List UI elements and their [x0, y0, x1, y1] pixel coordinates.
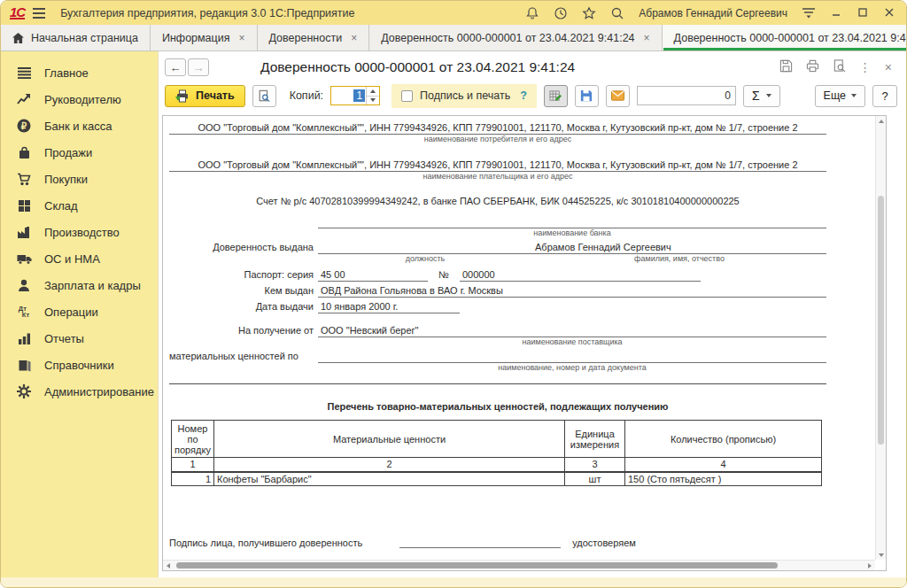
save-file-button[interactable]	[575, 85, 599, 107]
sidebar-item-prodazhi[interactable]: Продажи	[1, 139, 158, 166]
forward-button[interactable]: →	[188, 58, 209, 76]
tab-bar: Начальная страница Информация × Доверенн…	[1, 25, 906, 51]
main-menu-icon[interactable]	[33, 8, 45, 19]
tab-dover-doc-2-active[interactable]: Доверенность 0000-000001 от 23.04.2021 9…	[663, 25, 907, 50]
print-icon[interactable]	[806, 59, 819, 76]
goods-table-header-row: Номер по порядку Материальные ценности Е…	[172, 421, 822, 458]
horizontal-scrollbar[interactable]	[163, 560, 875, 570]
sidebar-item-operacii[interactable]: ДтКт Операции	[1, 298, 158, 325]
tab-close-icon[interactable]: ×	[239, 32, 245, 44]
issued-by-label: Кем выдан	[169, 285, 318, 296]
sum-field[interactable]	[637, 86, 736, 105]
sidebar-item-otchety[interactable]: Отчеты	[1, 325, 158, 352]
sidebar-item-pokupki[interactable]: Покупки	[1, 166, 158, 192]
payer-line: ООО "Торговый дом "Комплексный"", ИНН 77…	[169, 159, 826, 172]
sign-and-stamp-checkbox[interactable]	[401, 90, 413, 102]
more-options-dots-icon[interactable]: ⋮	[859, 60, 872, 74]
person-icon	[16, 279, 32, 292]
print-button[interactable]: Печать	[165, 85, 245, 107]
app-title: Бухгалтерия предприятия, редакция 3.0 1С…	[60, 7, 354, 19]
passport-label: Паспорт: серия	[169, 269, 318, 280]
issue-date-field: 10 января 2000 г.	[318, 301, 460, 313]
favorites-star-icon[interactable]	[582, 6, 596, 20]
stepper-down-icon[interactable]	[367, 97, 379, 105]
sidebar-item-glavnoe[interactable]: Главное	[1, 59, 158, 86]
scroll-up-icon[interactable]	[876, 116, 886, 126]
help-button[interactable]: ?	[872, 85, 897, 107]
sidebar-item-zarplata-kadry[interactable]: Зарплата и кадры	[1, 272, 158, 298]
receive-from-label: На получение от	[169, 325, 318, 336]
power-of-attorney-document: ООО "Торговый дом "Комплексный"", ИНН 77…	[169, 122, 826, 548]
sign-help-link[interactable]: ?	[520, 89, 527, 102]
tab-dover-doc-1[interactable]: Доверенность 0000-000001 от 23.04.2021 9…	[369, 25, 662, 50]
sidebar-item-bank-kassa[interactable]: ₽ Банк и касса	[1, 112, 158, 139]
passport-series-field: 45 00	[318, 269, 428, 282]
sign-and-stamp-panel: Подпись и печать ?	[391, 84, 537, 108]
barchart-icon	[16, 332, 32, 344]
doc-ref-field	[318, 351, 826, 363]
search-icon[interactable]	[610, 6, 624, 20]
position-caption: должность	[318, 254, 532, 266]
tab-dover-list[interactable]: Доверенности ×	[258, 25, 370, 50]
print-toolbar: Печать Копий: 1 Подпись и печать ?	[159, 83, 906, 112]
scroll-down-icon[interactable]	[876, 550, 886, 560]
sidebar-item-os-nma[interactable]: ОС и НМА	[1, 245, 158, 272]
tab-information[interactable]: Информация ×	[151, 25, 258, 50]
sidebar-nav: Главное Руководителю ₽ Банк и касса Прод…	[1, 51, 159, 577]
minimize-icon[interactable]	[830, 6, 842, 19]
current-user[interactable]: Абрамов Геннадий Сергеевич	[639, 7, 787, 19]
save-icon[interactable]	[779, 59, 793, 76]
goods-name-cell: Конфеты "Барбарис"	[214, 472, 565, 486]
close-window-icon[interactable]	[883, 6, 895, 19]
copies-stepper[interactable]: 1	[330, 86, 380, 105]
sidebar-item-sklad[interactable]: Склад	[1, 192, 158, 219]
person-caption: фамилия, имя, отчество	[532, 254, 826, 266]
tab-close-icon[interactable]: ×	[351, 32, 357, 44]
notifications-bell-icon[interactable]	[525, 6, 539, 20]
horizontal-scroll-thumb[interactable]	[176, 562, 778, 569]
more-button[interactable]: Еще	[815, 85, 865, 107]
sidebar-item-rukovoditelyu[interactable]: Руководителю	[1, 86, 158, 112]
tab-close-icon[interactable]: ×	[644, 32, 650, 44]
envelope-icon	[611, 90, 624, 101]
document-title: Доверенность 0000-000001 от 23.04.2021 9…	[260, 59, 575, 75]
close-document-icon[interactable]: ×	[885, 60, 892, 74]
print-preview-button[interactable]	[252, 85, 276, 107]
svg-text:₽: ₽	[21, 121, 27, 131]
table-edit-icon	[549, 89, 562, 103]
document-header: ← → Доверенность 0000-000001 от 23.04.20…	[159, 51, 906, 83]
stepper-up-icon[interactable]	[367, 87, 379, 97]
service-menu-icon[interactable]	[802, 7, 816, 19]
doc-ref-caption: наименование, номер и дата документа	[318, 363, 826, 375]
scroll-right-icon[interactable]	[864, 563, 875, 569]
tab-home[interactable]: Начальная страница	[1, 25, 151, 50]
sidebar-item-proizvodstvo[interactable]: Производство	[1, 219, 158, 245]
sigma-button[interactable]: Σ	[743, 85, 780, 107]
sigma-icon: Σ	[752, 89, 760, 103]
issue-date-label: Дата выдачи	[169, 301, 318, 312]
truck-icon	[16, 252, 32, 265]
floppy-icon	[580, 89, 593, 102]
account-line: Счет № р/с 40702810399994349242, в банке…	[169, 196, 826, 206]
preview-icon[interactable]	[833, 59, 846, 76]
sidebar-item-administrirovanie[interactable]: Администрирование	[1, 378, 158, 405]
sidebar-item-spravochniki[interactable]: Справочники	[1, 352, 158, 378]
back-button[interactable]: ←	[165, 58, 186, 76]
maximize-icon[interactable]	[857, 6, 869, 19]
position-field	[318, 242, 532, 254]
signature-line	[399, 537, 561, 548]
history-icon[interactable]	[554, 6, 568, 20]
vertical-scrollbar[interactable]	[875, 116, 886, 560]
edit-layout-button[interactable]	[544, 85, 568, 107]
issued-label: Доверенность выдана	[169, 242, 318, 252]
consumer-line: ООО "Торговый дом "Комплексный"", ИНН 77…	[169, 122, 826, 135]
separator-line	[169, 383, 826, 384]
vertical-scroll-thumb[interactable]	[878, 196, 884, 445]
copies-label: Копий:	[290, 89, 323, 102]
scroll-left-icon[interactable]	[163, 563, 174, 569]
passport-no-sign: №	[428, 269, 460, 280]
quantity-cell: 150 (Сто пятьдесят )	[625, 472, 822, 486]
send-email-button[interactable]	[606, 85, 630, 107]
valuables-label: материальных ценностей по	[169, 351, 318, 361]
copies-value: 1	[353, 89, 365, 102]
